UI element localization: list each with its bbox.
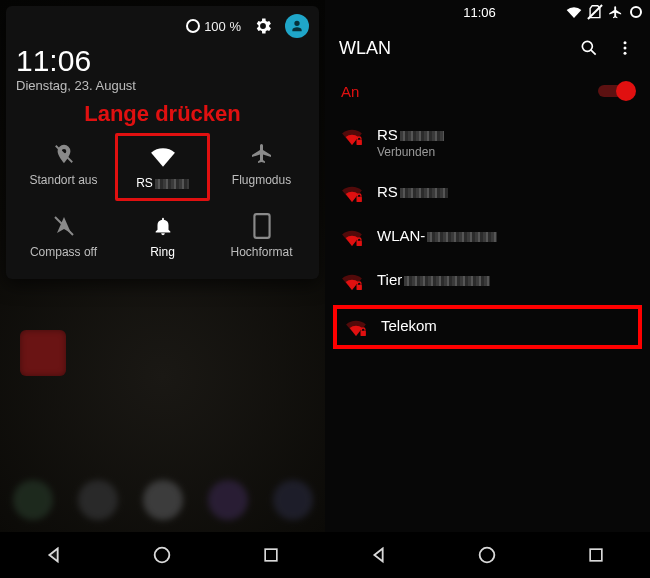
- wifi-network-item[interactable]: Tier: [325, 259, 650, 303]
- svg-rect-7: [357, 140, 362, 145]
- wifi-signal-icon: [341, 128, 363, 146]
- wifi-network-name: Tier: [377, 271, 490, 288]
- svg-rect-11: [361, 331, 366, 336]
- dock-app[interactable]: [208, 480, 248, 520]
- quick-tiles-grid: Standort ausRSFlugmodusCompass offRingHo…: [16, 133, 309, 267]
- dock: [0, 470, 325, 530]
- square-recent-icon: [586, 545, 606, 565]
- nav-home[interactable]: [473, 541, 501, 569]
- wifi-network-item[interactable]: Telekom: [333, 305, 642, 349]
- search-icon: [579, 38, 599, 58]
- nav-bar: [325, 532, 650, 578]
- circle-home-icon: [151, 544, 173, 566]
- svg-point-4: [624, 41, 627, 44]
- phone-left: 100 % 11:06 Dienstag, 23. August Lange d…: [0, 0, 325, 578]
- wifi-network-text: RS: [377, 183, 448, 200]
- quick-tile-airplane[interactable]: Flugmodus: [214, 133, 309, 201]
- wifi-icon: [150, 144, 176, 170]
- battery-percent: 100 %: [204, 19, 241, 34]
- overflow-menu[interactable]: [614, 39, 636, 57]
- svg-rect-2: [265, 549, 277, 561]
- wifi-network-text: RSVerbunden: [377, 126, 444, 159]
- wifi-signal-icon: [341, 229, 363, 247]
- wifi-signal-icon: [341, 273, 363, 291]
- wifi-network-name: RS: [377, 183, 448, 200]
- person-icon: [289, 18, 305, 34]
- status-bar: 11:06: [325, 0, 650, 24]
- wifi-network-text: Telekom: [381, 317, 437, 334]
- quick-tile-label: Standort aus: [29, 173, 97, 187]
- settings-button[interactable]: [253, 16, 273, 36]
- status-icons: [566, 5, 642, 20]
- wifi-switch-label: An: [341, 83, 359, 100]
- svg-rect-13: [590, 549, 602, 561]
- page-title: WLAN: [339, 38, 564, 59]
- quick-tile-label: Hochformat: [230, 245, 292, 259]
- svg-rect-9: [357, 241, 362, 246]
- home-app-icon[interactable]: [20, 330, 66, 376]
- svg-point-12: [480, 548, 495, 563]
- quick-tile-compass-off[interactable]: Compass off: [16, 205, 111, 267]
- dock-app[interactable]: [78, 480, 118, 520]
- location-off-icon: [53, 141, 75, 167]
- quick-tile-label: Ring: [150, 245, 175, 259]
- bell-icon: [152, 213, 174, 239]
- wifi-network-text: WLAN-: [377, 227, 497, 244]
- circle-home-icon: [476, 544, 498, 566]
- svg-point-6: [624, 52, 627, 55]
- status-time: 11:06: [393, 5, 566, 20]
- wifi-network-text: Tier: [377, 271, 490, 288]
- nav-back[interactable]: [365, 541, 393, 569]
- nav-home[interactable]: [148, 541, 176, 569]
- wifi-network-name: Telekom: [381, 317, 437, 334]
- airplane-icon: [250, 141, 274, 167]
- panel-clock: 11:06: [16, 44, 309, 78]
- more-vert-icon: [616, 39, 634, 57]
- svg-rect-0: [254, 214, 269, 238]
- battery-ring-icon: [186, 19, 200, 33]
- quick-tile-label: Flugmodus: [232, 173, 291, 187]
- svg-rect-8: [357, 197, 362, 202]
- wifi-network-status: Verbunden: [377, 145, 444, 159]
- user-avatar[interactable]: [285, 14, 309, 38]
- nav-recent[interactable]: [257, 541, 285, 569]
- quick-tile-portrait[interactable]: Hochformat: [214, 205, 309, 267]
- no-sim-icon: [589, 5, 601, 19]
- wifi-network-item[interactable]: RSVerbunden: [325, 114, 650, 171]
- battery-ring-icon: [630, 6, 642, 18]
- annotation-text: Lange drücken: [16, 101, 309, 127]
- wifi-network-name: RS: [377, 126, 444, 143]
- panel-date: Dienstag, 23. August: [16, 78, 309, 93]
- wifi-network-item[interactable]: RS: [325, 171, 650, 215]
- triangle-back-icon: [43, 544, 65, 566]
- quick-tile-label: RS: [136, 176, 189, 190]
- battery-indicator: 100 %: [186, 19, 241, 34]
- wifi-master-switch-row[interactable]: An: [325, 72, 650, 110]
- quick-tile-wifi[interactable]: RS: [115, 133, 210, 201]
- airplane-icon: [608, 5, 623, 20]
- dock-app[interactable]: [13, 480, 53, 520]
- svg-point-1: [155, 548, 170, 563]
- switch-knob: [616, 81, 636, 101]
- compass-off-icon: [52, 213, 76, 239]
- triangle-back-icon: [368, 544, 390, 566]
- nav-recent[interactable]: [582, 541, 610, 569]
- panel-status-row: 100 %: [16, 14, 309, 38]
- quick-tile-location-off[interactable]: Standort aus: [16, 133, 111, 201]
- nav-back[interactable]: [40, 541, 68, 569]
- portrait-icon: [253, 213, 271, 239]
- wifi-switch[interactable]: [598, 82, 634, 100]
- gear-icon: [253, 16, 273, 36]
- search-button[interactable]: [578, 38, 600, 58]
- svg-point-5: [624, 47, 627, 50]
- wifi-network-name: WLAN-: [377, 227, 497, 244]
- quick-tile-bell[interactable]: Ring: [115, 205, 210, 267]
- quick-tile-label: Compass off: [30, 245, 97, 259]
- wifi-network-list: RSVerbundenRSWLAN-TierTelekom: [325, 110, 650, 355]
- dock-app[interactable]: [273, 480, 313, 520]
- svg-rect-10: [357, 285, 362, 290]
- phone-right: 11:06 WLAN An: [325, 0, 650, 578]
- wifi-network-item[interactable]: WLAN-: [325, 215, 650, 259]
- nav-bar: [0, 532, 325, 578]
- dock-apps-button[interactable]: [143, 480, 183, 520]
